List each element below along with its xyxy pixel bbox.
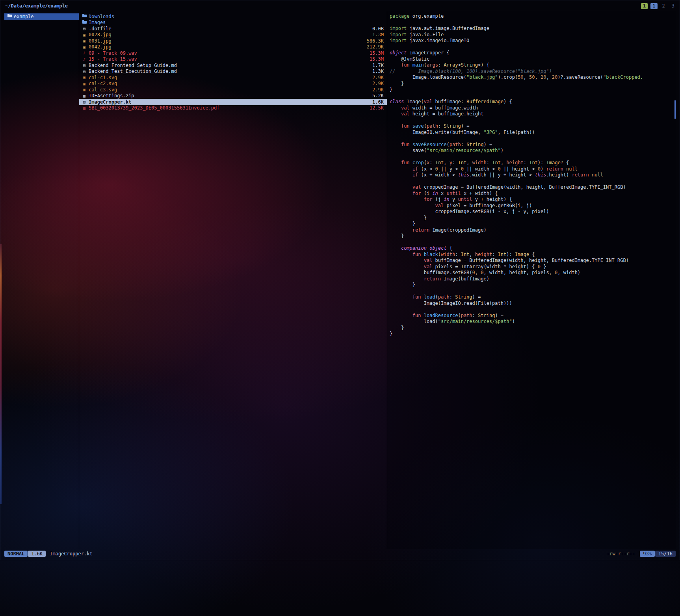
- folder-icon: [82, 13, 87, 20]
- code-line: }: [390, 87, 676, 93]
- code-line: [390, 117, 676, 124]
- image-icon: ▣: [82, 74, 87, 81]
- file-list-pane: Downloads Images ▤ .dotfile 0.0B ▣ 0028.…: [79, 11, 387, 549]
- file-icon: ▤: [82, 26, 87, 32]
- code-line: [390, 178, 676, 185]
- file-row[interactable]: ▥ SBI_0032013739_2023_DE05_0003155631Inv…: [79, 105, 387, 111]
- file-row[interactable]: Images: [79, 20, 387, 26]
- markdown-icon: ▤: [82, 69, 87, 75]
- code-line: import javax.imageio.ImageIO: [390, 38, 676, 44]
- file-row[interactable]: ▤ Backend_Test_Execution_Guide.md 1.3K: [79, 69, 387, 75]
- code-line: fun main(args: Array<String>) {: [390, 62, 676, 69]
- mode-badge: NORMAL: [4, 551, 28, 557]
- code-line: }: [390, 282, 676, 288]
- code-line: buffImage.setRGB(0, 0, width, height, pi…: [390, 270, 676, 276]
- file-size: 0.0B: [368, 26, 384, 32]
- archive-icon: ▦: [82, 93, 87, 99]
- breadcrumb[interactable]: ~/Data/example/example: [5, 3, 68, 9]
- markdown-icon: ▤: [82, 62, 87, 69]
- file-size: 2.9K: [368, 81, 384, 86]
- file-size: 15.3M: [366, 50, 384, 56]
- tab-bar: 1123: [641, 3, 676, 9]
- file-name: SBI_0032013739_2023_DE05_0003155631Invoi…: [89, 105, 219, 111]
- file-name: Downloads: [89, 14, 114, 19]
- parent-dir-item[interactable]: example: [4, 13, 79, 20]
- file-name: Backend_Frontend_Setup_Guide.md: [89, 63, 177, 68]
- code-line: if (x < 0 || y < 0 || width < 0 || heigh…: [390, 166, 676, 173]
- code-line: fun load(path: String) =: [390, 294, 676, 301]
- file-name: ImageCropper.kt: [89, 99, 131, 105]
- code-line: import java.io.File: [390, 32, 676, 38]
- code-line: @JvmStatic: [390, 56, 676, 63]
- code-line: val pixel = buffImage.getRGB(i, j): [390, 203, 676, 209]
- yazi-file-manager: ~/Data/example/example 1123 example Down…: [0, 0, 680, 616]
- code-line: [390, 135, 676, 142]
- code-line: val height = buffImage.height: [390, 111, 676, 117]
- code-line: fun black(width: Int, height: Int): Imag…: [390, 252, 676, 258]
- file-row[interactable]: ▤ Backend_Frontend_Setup_Guide.md 1.7K: [79, 62, 387, 69]
- file-size: 586.3K: [363, 38, 384, 44]
- tab-3[interactable]: 2: [660, 3, 667, 9]
- file-row[interactable]: ▣ 0031.jpg 586.3K: [79, 38, 387, 44]
- cursor-position-badge: 15/16: [655, 551, 676, 557]
- image-icon: ▣: [82, 44, 87, 50]
- code-line: fun crop(x: Int, y: Int, width: Int, hei…: [390, 160, 676, 166]
- code-line: // Image.black(100, 100).saveResource("b…: [390, 69, 676, 75]
- file-row[interactable]: ♪ 09 - Track 09.wav 15.3M: [79, 50, 387, 56]
- file-row[interactable]: ▤ .dotfile 0.0B: [79, 26, 387, 32]
- file-row[interactable]: ▣ cal-c2.svg 2.9K: [79, 81, 387, 87]
- code-line: [390, 306, 676, 313]
- code-line: [390, 20, 676, 26]
- tab-1[interactable]: 1: [641, 3, 648, 9]
- file-size-badge: 1.6K: [28, 551, 46, 557]
- code-line: }: [390, 221, 676, 227]
- code-line: fun save(path: String) =: [390, 123, 676, 130]
- file-row[interactable]: ▣ 0042.jpg 212.9K: [79, 44, 387, 50]
- file-name: 0028.jpg: [89, 32, 111, 37]
- file-name: Images: [89, 20, 106, 25]
- file-row[interactable]: ▣ cal-c3.svg 2.9K: [79, 87, 387, 93]
- file-size: 1.3K: [368, 69, 384, 74]
- permissions-text: -rw-r--r--: [607, 551, 635, 557]
- code-line: [390, 288, 676, 295]
- image-icon: ▣: [82, 32, 87, 38]
- code-line: companion object {: [390, 245, 676, 252]
- code-line: }: [390, 215, 676, 221]
- file-size: 12.5K: [366, 105, 384, 111]
- file-row[interactable]: ▣ cal-c1.svg 2.9K: [79, 74, 387, 81]
- code-line: }: [390, 331, 676, 337]
- tab-4[interactable]: 3: [670, 3, 676, 9]
- code-line: package org.example: [390, 13, 676, 20]
- image-icon: ▣: [82, 87, 87, 93]
- file-row[interactable]: ♪ 15 - Track 15.wav 15.3M: [79, 56, 387, 63]
- code-line: val width = buffImage.width: [390, 105, 676, 111]
- code-line: }: [390, 325, 676, 331]
- code-line: load("src/main/resources/$path"): [390, 319, 676, 325]
- file-name: IDEAsettings.zip: [89, 93, 134, 98]
- code-line: croppedImage.setRGB(i - x, j - y, pixel): [390, 209, 676, 215]
- code-line: [390, 239, 676, 246]
- status-right: -rw-r--r-- 93% 15/16: [607, 551, 676, 557]
- code-line: [390, 154, 676, 160]
- code-line: for (i in x until x + width) {: [390, 191, 676, 197]
- file-size: 2.9K: [368, 75, 384, 80]
- file-row[interactable]: ▦ IDEAsettings.zip 5.2K: [79, 93, 387, 99]
- file-name: .dotfile: [89, 26, 111, 32]
- preview-pane: package org.example import java.awt.imag…: [387, 11, 676, 549]
- parent-pane: example: [4, 11, 79, 549]
- code-line: save("src/main/resources/$path"): [390, 148, 676, 154]
- code-line: object ImageCropper {: [390, 50, 676, 56]
- code-line: class Image(val buffImage: BufferedImage…: [390, 99, 676, 105]
- pane-layout: example Downloads Images ▤ .dotfile 0.0B…: [4, 11, 676, 549]
- file-size: 1.6K: [368, 99, 384, 105]
- file-row[interactable]: Downloads: [79, 13, 387, 20]
- preview-scrollbar[interactable]: [674, 100, 676, 119]
- file-row[interactable]: ▤ ImageCropper.kt 1.6K: [79, 99, 387, 105]
- file-size: 1.7K: [368, 63, 384, 68]
- tab-2[interactable]: 1: [650, 3, 657, 9]
- code-line: for (j in y until y + height) {: [390, 197, 676, 203]
- file-row[interactable]: ▣ 0028.jpg 1.3M: [79, 32, 387, 38]
- terminal-window: ~/Data/example/example 1123 example Down…: [0, 0, 680, 560]
- file-size: 5.2K: [368, 93, 384, 98]
- code-line: val pixels = IntArray(width * height) { …: [390, 264, 676, 270]
